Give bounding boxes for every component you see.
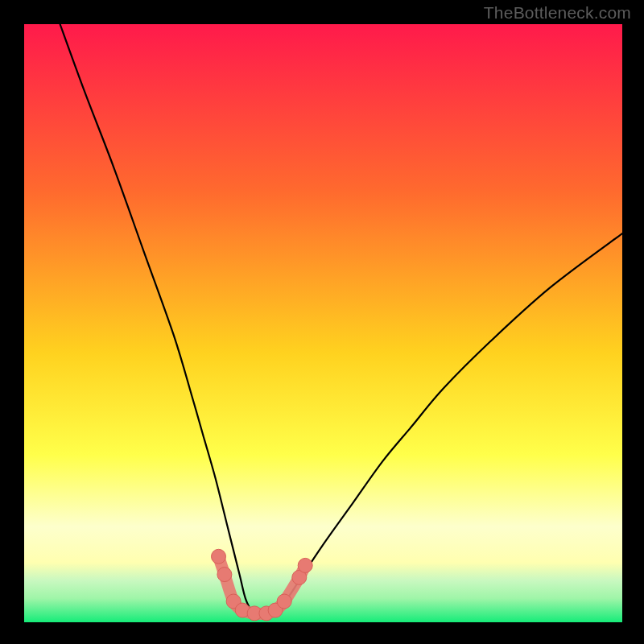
marker-dot: [212, 549, 226, 564]
gradient-background: [24, 24, 622, 622]
marker-dot: [277, 594, 291, 609]
bottleneck-chart: [0, 0, 644, 644]
marker-dot: [298, 558, 312, 572]
chart-frame: TheBottleneck.com: [0, 0, 644, 644]
marker-dot: [217, 568, 232, 582]
